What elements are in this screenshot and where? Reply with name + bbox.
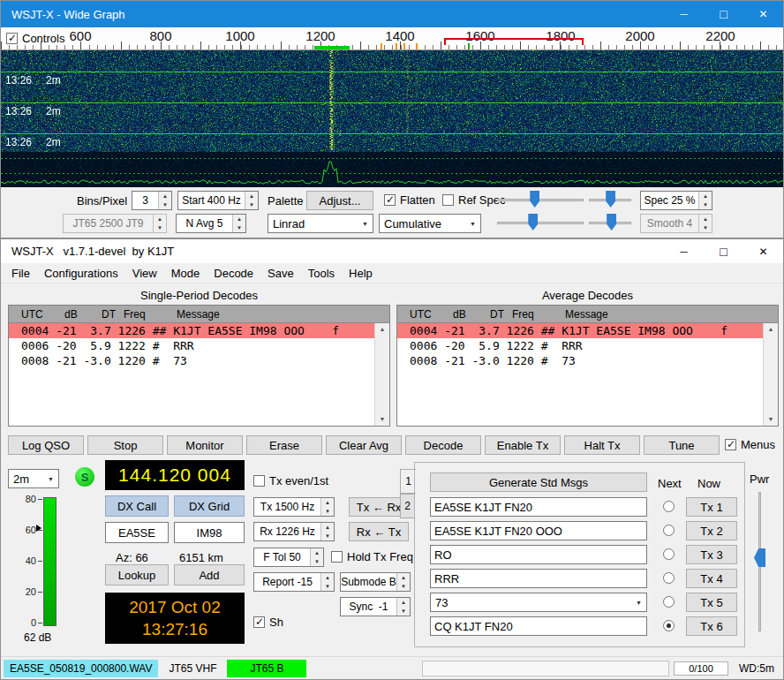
menu-save[interactable]: Save (260, 264, 301, 283)
enable-tx-button[interactable]: Enable Tx (485, 435, 561, 455)
frequency-scale[interactable]: Controls 600 800 1000 1200 1400 1600 180… (1, 27, 783, 50)
spin-arrows-icon[interactable]: ▲▼ (396, 598, 410, 616)
spectrum-zero-slider[interactable] (589, 214, 631, 231)
halt-tx-button[interactable]: Halt Tx (564, 435, 640, 455)
tx2-now-button[interactable]: Tx 2 (686, 521, 737, 540)
slider-handle[interactable] (606, 191, 615, 208)
spin-arrows-icon[interactable]: ▲▼ (232, 215, 245, 232)
palette-combobox[interactable]: Linrad ▼ (268, 214, 373, 233)
log-qso-button[interactable]: Log QSO (8, 435, 84, 455)
decode-row[interactable]: 0004 -21 3.7 1226 ## K1JT EA5SE IM98 OOO… (9, 323, 374, 338)
spin-arrows-icon[interactable]: ▲▼ (310, 548, 323, 566)
generate-std-msgs-button[interactable]: Generate Std Msgs (430, 472, 647, 492)
pwr-slider-handle[interactable] (754, 548, 765, 567)
minimize-icon[interactable]: ─ (664, 1, 704, 27)
tx4-next-radio[interactable] (663, 572, 675, 584)
decode-row[interactable]: 0004 -21 3.7 1226 ## K1JT EA5SE IM98 OOO… (397, 323, 763, 338)
slider-handle[interactable] (530, 191, 539, 208)
tx5-message-combobox[interactable]: 73 ▼ (430, 593, 647, 612)
tx-even-checkbox[interactable]: Tx even/1st (253, 474, 328, 487)
menu-view[interactable]: View (125, 264, 164, 283)
tx4-message-input[interactable] (430, 569, 647, 588)
tx3-now-button[interactable]: Tx 3 (686, 545, 737, 564)
spin-arrows-icon[interactable]: ▲▼ (698, 192, 712, 209)
spin-arrows-icon[interactable]: ▲▼ (320, 573, 334, 591)
sync-spinbox[interactable]: Sync -1 ▲▼ (340, 597, 411, 616)
menu-mode[interactable]: Mode (164, 264, 207, 283)
dx-grid-input[interactable] (174, 522, 245, 543)
hold-tx-freq-checkbox[interactable]: Hold Tx Freq (331, 550, 413, 563)
wide-graph-titlebar[interactable]: WSJT-X - Wide Graph ─ □ ✕ (1, 1, 783, 27)
lookup-button[interactable]: Lookup (105, 564, 169, 586)
minimize-icon[interactable]: ─ (664, 239, 704, 263)
clear-avg-button[interactable]: Clear Avg (326, 435, 402, 455)
report-spinbox[interactable]: Report -15 ▲▼ (253, 572, 335, 592)
tx2-next-radio[interactable] (663, 525, 675, 536)
spin-arrows-icon[interactable]: ▲▼ (320, 523, 334, 540)
tx4-now-button[interactable]: Tx 4 (686, 569, 737, 588)
menus-checkbox[interactable]: Menus (725, 438, 775, 451)
monitor-button[interactable]: Monitor (167, 435, 243, 455)
adjust-palette-button[interactable]: Adjust... (306, 191, 373, 210)
scroll-up-icon[interactable]: ▲ (764, 323, 778, 336)
ref-spec-checkbox[interactable]: Ref Spec (442, 193, 505, 207)
tx3-next-radio[interactable] (663, 548, 675, 560)
tx-freq-spinbox[interactable]: Tx 1500 Hz ▲▼ (253, 497, 335, 517)
decode-row[interactable]: 0008 -21 -3.0 1220 # 73 (9, 353, 374, 368)
close-icon[interactable]: ✕ (743, 239, 783, 263)
tune-button[interactable]: Tune (644, 435, 720, 455)
slider-handle[interactable] (528, 214, 538, 230)
scroll-down-icon[interactable]: ▼ (764, 413, 778, 426)
waterfall-display[interactable]: 13:26 2m 13:26 2m 13:26 2m (1, 50, 783, 187)
bins-pixel-spinbox[interactable]: 3 ▲▼ (132, 191, 172, 210)
tx6-next-radio[interactable] (663, 620, 675, 631)
tx1-now-button[interactable]: Tx 1 (686, 497, 737, 517)
pwr-slider[interactable] (753, 492, 765, 631)
dx-call-button[interactable]: DX Call (105, 495, 169, 517)
scrollbar[interactable]: ▲▼ (763, 323, 778, 426)
scroll-down-icon[interactable]: ▼ (375, 413, 389, 426)
menu-file[interactable]: File (4, 264, 37, 283)
tx5-now-button[interactable]: Tx 5 (686, 593, 737, 612)
tx1-message-input[interactable] (430, 497, 647, 517)
f-tol-spinbox[interactable]: F Tol 50 ▲▼ (253, 548, 324, 567)
tx6-message-input[interactable] (430, 616, 647, 636)
waterfall-zero-slider[interactable] (589, 191, 631, 208)
spin-arrows-icon[interactable]: ▲▼ (320, 498, 334, 516)
spin-arrows-icon[interactable]: ▲▼ (245, 192, 258, 209)
dx-grid-button[interactable]: DX Grid (174, 495, 245, 517)
tx6-now-button[interactable]: Tx 6 (686, 616, 737, 636)
slider-handle[interactable] (607, 214, 616, 230)
spin-arrows-icon[interactable]: ▲▼ (158, 192, 171, 209)
tab-2[interactable]: 2 (400, 494, 415, 518)
tx1-next-radio[interactable] (663, 501, 675, 512)
decode-row[interactable]: 0006 -20 5.9 1222 # RRR (9, 338, 374, 353)
close-icon[interactable]: ✕ (743, 1, 783, 27)
menu-configurations[interactable]: Configurations (37, 264, 125, 283)
n-avg-spinbox[interactable]: N Avg 5 ▲▼ (176, 214, 246, 233)
sh-checkbox[interactable]: Sh (253, 616, 283, 629)
start-freq-spinbox[interactable]: Start 400 Hz ▲▼ (177, 191, 259, 210)
waterfall-gain-slider[interactable] (497, 191, 584, 208)
dx-call-input[interactable] (105, 522, 169, 543)
spectrum-mode-combobox[interactable]: Cumulative ▼ (379, 214, 481, 233)
menu-help[interactable]: Help (342, 264, 380, 283)
decode-row[interactable]: 0008 -21 -3.0 1220 # 73 (397, 353, 763, 368)
add-button[interactable]: Add (174, 564, 245, 586)
stop-button[interactable]: Stop (87, 435, 163, 455)
spec-percent-spinbox[interactable]: Spec 25 % ▲▼ (640, 191, 712, 210)
rx-freq-spinbox[interactable]: Rx 1226 Hz ▲▼ (253, 522, 335, 541)
tx3-message-input[interactable] (430, 545, 647, 564)
spin-arrows-icon[interactable]: ▲▼ (396, 573, 410, 591)
maximize-icon[interactable]: □ (704, 1, 743, 27)
maximize-icon[interactable]: □ (704, 239, 743, 263)
menu-decode[interactable]: Decode (207, 264, 260, 283)
rx-from-tx-button[interactable]: Rx ← Tx (349, 522, 409, 541)
erase-button[interactable]: Erase (246, 435, 322, 455)
tx2-message-input[interactable] (430, 521, 647, 540)
tx5-next-radio[interactable] (663, 596, 675, 608)
menu-tools[interactable]: Tools (301, 264, 342, 283)
decode-row[interactable]: 0006 -20 5.9 1222 # RRR (397, 338, 763, 353)
smooth-spinbox[interactable]: Smooth 4 ▲▼ (640, 214, 712, 233)
decode-button[interactable]: Decode (405, 435, 481, 455)
